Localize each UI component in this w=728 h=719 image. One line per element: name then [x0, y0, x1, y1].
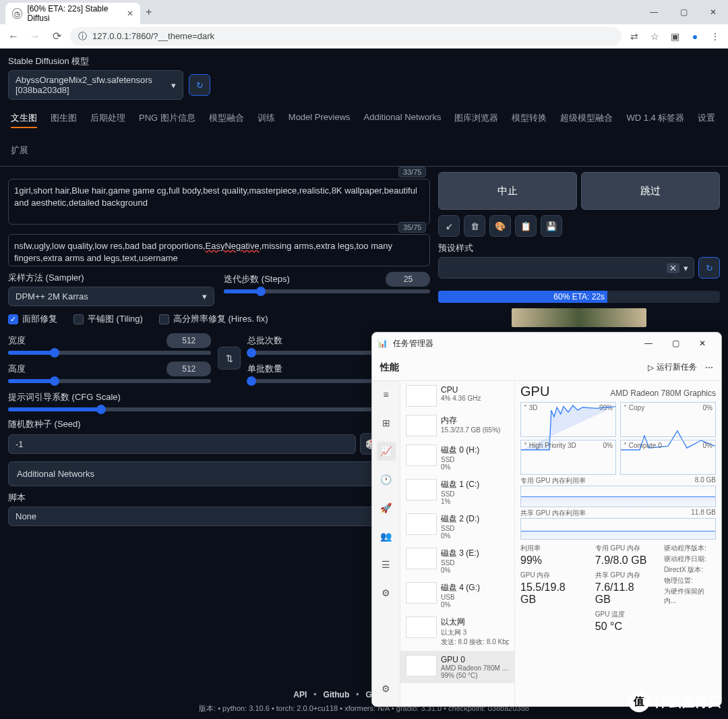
menu-icon[interactable]: ⋮ [708, 31, 723, 42]
address-bar: ← → ⟳ ⓘ 127.0.0.1:7860/?__theme=dark ⇄ ☆… [0, 24, 728, 49]
neg-prompt-input[interactable]: nsfw,ugly,low quality,low res,bad bad pr… [8, 234, 430, 266]
style-button[interactable]: 🎨 [489, 215, 511, 237]
settings-icon[interactable]: ⚙ [377, 679, 396, 698]
prompt-text: 1girl,short hair,Blue hair,game game cg,… [14, 185, 417, 208]
maximize-button[interactable]: ▢ [669, 0, 698, 24]
refresh-preset-button[interactable]: ↻ [698, 257, 720, 279]
width-value[interactable]: 512 [166, 333, 211, 348]
height-value[interactable]: 512 [166, 362, 211, 376]
additional-networks-accordion[interactable]: Additional Networks ◀ [8, 461, 430, 486]
trash-button[interactable]: 🗑 [464, 215, 485, 237]
favicon-icon: ◷ [12, 8, 22, 19]
tab-13[interactable]: 扩展 [11, 142, 28, 159]
bookmark-icon[interactable]: ☆ [647, 31, 662, 42]
cfg-slider[interactable] [8, 407, 430, 411]
tab-2[interactable]: 后期处理 [90, 109, 125, 128]
script-dropdown[interactable]: None ▾ [8, 507, 430, 526]
tm-close-button[interactable]: ✕ [689, 339, 716, 348]
preset-label: 预设样式 [438, 242, 720, 254]
close-tab-icon[interactable]: ✕ [127, 9, 133, 18]
prompt-input[interactable]: 1girl,short hair,Blue hair,game game cg,… [8, 179, 430, 225]
tab-6[interactable]: Model Previews [289, 109, 351, 128]
profile-icon[interactable]: ● [688, 31, 702, 42]
tm-item-1[interactable]: 内存15.3/23.7 GB (65%) [400, 411, 514, 440]
tab-7[interactable]: Additional Networks [364, 109, 442, 128]
tm-minimize-button[interactable]: — [635, 339, 662, 348]
tab-5[interactable]: 训练 [257, 109, 275, 128]
skip-button[interactable]: 跳过 [581, 172, 720, 210]
tab-1[interactable]: 图生图 [51, 109, 77, 128]
swap-wh-button[interactable]: ⇅ [218, 347, 241, 370]
tm-more-button[interactable]: ⋯ [705, 363, 713, 372]
tm-maximize-button[interactable]: ▢ [662, 339, 689, 348]
tab-9[interactable]: 模型转换 [512, 109, 547, 128]
gpu-hp3d-chart: ˅ High Priority 3D0% [520, 440, 616, 475]
services-icon[interactable]: ⚙ [377, 583, 396, 602]
footer-link-Github[interactable]: Github [324, 690, 350, 699]
height-slider[interactable] [8, 379, 211, 383]
clipboard-button[interactable]: 📋 [515, 215, 537, 237]
model-dropdown[interactable]: AbyssOrangeMix2_sfw.safetensors [038ba20… [8, 70, 183, 100]
tm-item-0[interactable]: CPU4% 4.36 GHz [400, 381, 514, 411]
seed-label: 随机数种子 (Seed) [8, 418, 430, 430]
chevron-down-icon: ▾ [202, 291, 207, 301]
startup-icon[interactable]: 🚀 [377, 498, 396, 517]
tm-item-8[interactable]: GPU 0AMD Radeon 780M ...99% (50 °C) [400, 651, 514, 683]
steps-value[interactable]: 25 [386, 272, 430, 287]
width-slider[interactable] [8, 351, 211, 355]
tm-item-3[interactable]: 磁盘 1 (C:)SSD1% [400, 475, 514, 509]
url-input[interactable]: ⓘ 127.0.0.1:7860/?__theme=dark [70, 27, 621, 46]
face-restore-checkbox[interactable]: ✓面部修复 [8, 313, 57, 325]
hires-checkbox[interactable]: 高分辨率修复 (Hires. fix) [159, 313, 268, 325]
tab-12[interactable]: 设置 [698, 109, 715, 128]
sd-webui: Stable Diffusion 模型 AbyssOrangeMix2_sfw.… [0, 49, 728, 719]
users-icon[interactable]: 👥 [377, 527, 396, 546]
clear-icon[interactable]: ✕ [667, 263, 679, 273]
reload-button[interactable]: ⟳ [49, 30, 65, 42]
tiling-checkbox[interactable]: 平铺图 (Tiling) [73, 313, 143, 325]
tm-item-2[interactable]: 磁盘 0 (H:)SSD0% [400, 440, 514, 475]
new-tab-button[interactable]: + [146, 6, 152, 18]
refresh-model-button[interactable]: ↻ [189, 74, 210, 96]
tab-8[interactable]: 图库浏览器 [454, 109, 498, 128]
tab-3[interactable]: PNG 图片信息 [139, 109, 195, 128]
history-icon[interactable]: 🕐 [377, 470, 396, 489]
prompt-counter: 33/75 [398, 167, 427, 177]
steps-slider[interactable] [224, 289, 430, 293]
details-icon[interactable]: ☰ [377, 555, 396, 574]
tab-11[interactable]: WD 1.4 标签器 [626, 109, 684, 128]
forward-button[interactable]: → [27, 30, 43, 42]
shr-label: 共享 GPU 内存 [595, 571, 652, 580]
tm-run-task-button[interactable]: ▷ 运行新任务 [648, 362, 697, 373]
task-manager-window[interactable]: 📊 任务管理器 — ▢ ✕ 性能 ▷ 运行新任务 ⋯ ≡ ⊞ 📈 🕐 🚀 👥 ☰… [371, 332, 722, 707]
extensions-icon[interactable]: ▣ [667, 31, 682, 42]
main-tabs: 文生图图生图后期处理PNG 图片信息模型融合训练Model PreviewsAd… [0, 103, 728, 167]
tm-item-7[interactable]: 以太网以太网 3发送: 8.0 接收: 8.0 Kbp [400, 612, 514, 651]
processes-icon[interactable]: ⊞ [377, 413, 396, 432]
performance-icon[interactable]: 📈 [377, 442, 396, 461]
close-window-button[interactable]: ✕ [698, 0, 728, 24]
tm-titlebar[interactable]: 📊 任务管理器 — ▢ ✕ [372, 333, 721, 354]
back-button[interactable]: ← [5, 30, 22, 42]
tm-item-4[interactable]: 磁盘 2 (D:)SSD0% [400, 509, 514, 544]
minimize-button[interactable]: — [639, 0, 669, 24]
ded-value: 7.9/8.0 GB [595, 554, 652, 567]
tm-item-5[interactable]: 磁盘 3 (E:)SSD0% [400, 544, 514, 578]
browser-tab[interactable]: ◷ [60% ETA: 22s] Stable Diffusi ✕ [5, 3, 140, 24]
preset-dropdown[interactable]: ✕ ▾ [438, 257, 694, 279]
sampler-dropdown[interactable]: DPM++ 2M Karras ▾ [8, 287, 214, 306]
site-info-icon[interactable]: ⓘ [78, 30, 87, 42]
translate-icon[interactable]: ⇄ [627, 31, 642, 42]
tab-10[interactable]: 超级模型融合 [560, 109, 613, 128]
interrupt-button[interactable]: 中止 [438, 172, 577, 210]
tab-4[interactable]: 模型融合 [209, 109, 244, 128]
tm-thumb [406, 582, 437, 604]
height-label: 高度 [8, 363, 26, 375]
tm-item-6[interactable]: 磁盘 4 (G:)USB0% [400, 578, 514, 612]
footer-link-API[interactable]: API [293, 690, 307, 699]
tab-0[interactable]: 文生图 [11, 109, 37, 128]
seed-input[interactable]: -1 [8, 434, 356, 454]
save-button[interactable]: 💾 [541, 215, 562, 237]
menu-icon[interactable]: ≡ [377, 385, 396, 404]
arrow-tool-button[interactable]: ↙ [438, 215, 460, 237]
